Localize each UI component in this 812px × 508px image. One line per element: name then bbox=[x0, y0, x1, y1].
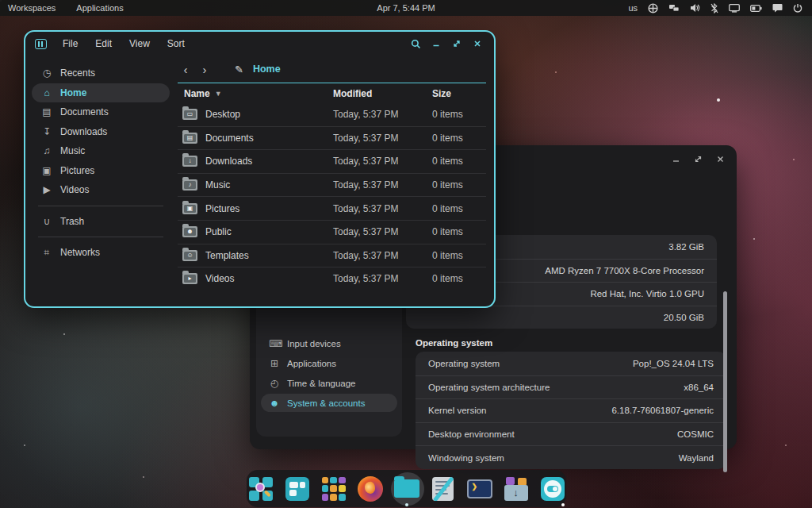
minimize-icon[interactable] bbox=[429, 37, 443, 51]
file-row-public[interactable]: ☻Public Today, 5:37 PM 0 items bbox=[178, 220, 486, 244]
sidebar-item-recents[interactable]: ◷ Recents bbox=[32, 64, 170, 83]
file-row-documents[interactable]: ▤Documents Today, 5:37 PM 0 items bbox=[178, 126, 486, 150]
back-icon[interactable]: ‹ bbox=[178, 64, 193, 75]
launcher-icon[interactable] bbox=[247, 473, 274, 505]
close-icon[interactable] bbox=[470, 37, 485, 51]
files-titlebar[interactable]: File Edit View Sort bbox=[25, 32, 494, 56]
settings-icon[interactable] bbox=[538, 473, 566, 505]
text-editor-icon[interactable] bbox=[429, 473, 457, 505]
os-value: x86_64 bbox=[684, 383, 714, 392]
sidebar-item-downloads[interactable]: ↧ Downloads bbox=[32, 122, 170, 142]
file-row-pictures[interactable]: ▣Pictures Today, 5:37 PM 0 items bbox=[178, 196, 486, 220]
files-icon[interactable] bbox=[393, 473, 420, 505]
nav-item-system-accounts[interactable]: ☻ System & accounts bbox=[261, 394, 397, 412]
folder-icon: ☺ bbox=[182, 250, 197, 261]
settings-scrollbar[interactable] bbox=[723, 291, 727, 472]
file-row-desktop[interactable]: ▭Desktop Today, 5:37 PM 0 items bbox=[178, 102, 486, 126]
graphics-value: Red Hat, Inc. Virtio 1.0 GPU bbox=[590, 289, 704, 298]
file-modified: Today, 5:37 PM bbox=[333, 156, 432, 167]
files-window: File Edit View Sort ◷ Recents ⌂ Home ▤ D… bbox=[24, 30, 496, 308]
os-label: Windowing system bbox=[428, 453, 504, 463]
maximize-icon[interactable] bbox=[450, 37, 464, 51]
minimize-icon[interactable] bbox=[668, 152, 683, 166]
apps-grid-icon: ⊞ bbox=[269, 358, 280, 369]
app-library-icon[interactable] bbox=[320, 473, 347, 505]
os-value: Wayland bbox=[679, 453, 714, 463]
forward-icon[interactable]: › bbox=[197, 64, 213, 75]
file-row-videos[interactable]: ▸Videos Today, 5:37 PM 0 items bbox=[178, 267, 486, 291]
power-icon[interactable] bbox=[793, 3, 802, 13]
volume-icon[interactable] bbox=[690, 3, 700, 13]
file-modified: Today, 5:37 PM bbox=[333, 250, 432, 261]
maximize-icon[interactable] bbox=[691, 152, 705, 166]
sidebar-item-documents[interactable]: ▤ Documents bbox=[32, 102, 170, 122]
os-row: Desktop environment COSMIC bbox=[416, 422, 726, 446]
os-label: Desktop environment bbox=[428, 429, 515, 439]
sidebar-item-label: Videos bbox=[60, 184, 89, 195]
accessibility-orb-icon[interactable] bbox=[648, 3, 658, 13]
edit-path-icon[interactable]: ✎ bbox=[235, 64, 243, 75]
clock-applet[interactable]: Apr 7, 5:44 PM bbox=[377, 3, 435, 13]
firefox-icon[interactable] bbox=[356, 473, 384, 505]
sidebar-divider bbox=[38, 206, 163, 206]
workspaces-applet[interactable]: Workspaces bbox=[8, 3, 56, 13]
search-icon[interactable] bbox=[408, 37, 423, 51]
music-icon: ♫ bbox=[41, 145, 52, 156]
breadcrumb[interactable]: Home bbox=[253, 64, 281, 75]
file-row-templates[interactable]: ☺Templates Today, 5:37 PM 0 items bbox=[178, 244, 486, 267]
sidebar-item-networks[interactable]: ⌗ Networks bbox=[32, 243, 170, 263]
sidebar-item-music[interactable]: ♫ Music bbox=[32, 141, 170, 161]
column-name[interactable]: Name ▼ bbox=[178, 88, 333, 99]
network-icon[interactable] bbox=[668, 3, 680, 13]
dock: ↓ bbox=[247, 470, 566, 507]
nav-item-time-language[interactable]: ◴ Time & language bbox=[261, 374, 397, 392]
folder-icon: ♪ bbox=[182, 179, 197, 190]
column-size[interactable]: Size bbox=[432, 88, 486, 99]
file-name: Templates bbox=[205, 250, 249, 261]
file-name: Desktop bbox=[205, 109, 240, 120]
sidebar-item-label: Documents bbox=[60, 106, 109, 117]
file-row-music[interactable]: ♪Music Today, 5:37 PM 0 items bbox=[178, 173, 486, 197]
menu-view[interactable]: View bbox=[129, 38, 150, 49]
workspaces-icon[interactable] bbox=[283, 473, 311, 505]
sidebar-item-videos[interactable]: ▶ Videos bbox=[32, 180, 170, 200]
close-icon[interactable] bbox=[713, 152, 727, 166]
sidebar-item-trash[interactable]: ∪ Trash bbox=[32, 212, 170, 232]
downloads-icon: ↧ bbox=[41, 126, 52, 137]
sidebar-item-home[interactable]: ⌂ Home bbox=[32, 83, 170, 103]
os-value: Pop!_OS 24.04 LTS bbox=[633, 359, 714, 368]
nav-item-applications[interactable]: ⊞ Applications bbox=[261, 354, 397, 372]
menu-sort[interactable]: Sort bbox=[167, 38, 185, 49]
file-size: 0 items bbox=[432, 133, 486, 144]
file-modified: Today, 5:37 PM bbox=[333, 226, 432, 237]
file-size: 0 items bbox=[432, 273, 486, 284]
path-underline bbox=[178, 83, 486, 83]
os-value: COSMIC bbox=[677, 429, 714, 439]
display-icon[interactable] bbox=[729, 4, 740, 13]
file-row-downloads[interactable]: ↓Downloads Today, 5:37 PM 0 items bbox=[178, 149, 486, 173]
sidebar-toggle-icon[interactable] bbox=[35, 39, 47, 49]
sort-caret-icon: ▼ bbox=[215, 90, 222, 98]
nav-item-input-devices[interactable]: ⌨ Input devices bbox=[261, 334, 397, 352]
menu-file[interactable]: File bbox=[63, 38, 78, 49]
os-row: Windowing system Wayland bbox=[416, 445, 726, 469]
column-name-label: Name bbox=[184, 88, 210, 99]
pop-shop-icon[interactable]: ↓ bbox=[502, 473, 530, 505]
applications-applet[interactable]: Applications bbox=[76, 3, 123, 13]
file-name: Downloads bbox=[205, 156, 252, 167]
menu-edit[interactable]: Edit bbox=[95, 38, 112, 49]
terminal-icon[interactable] bbox=[465, 473, 493, 505]
column-modified[interactable]: Modified bbox=[333, 88, 432, 99]
bluetooth-disabled-icon[interactable] bbox=[710, 3, 718, 13]
file-size: 0 items bbox=[432, 226, 486, 237]
notifications-icon[interactable] bbox=[772, 3, 783, 13]
top-panel: Workspaces Applications Apr 7, 5:44 PM u… bbox=[0, 0, 812, 16]
keyboard-layout-applet[interactable]: us bbox=[628, 3, 638, 13]
file-name: Documents bbox=[205, 133, 254, 144]
folder-icon: ▣ bbox=[182, 203, 197, 214]
sidebar-item-label: Home bbox=[60, 87, 86, 98]
battery-icon[interactable] bbox=[750, 5, 762, 12]
networks-icon: ⌗ bbox=[41, 247, 52, 258]
sidebar-divider bbox=[38, 237, 163, 237]
sidebar-item-pictures[interactable]: ▣ Pictures bbox=[32, 161, 170, 181]
